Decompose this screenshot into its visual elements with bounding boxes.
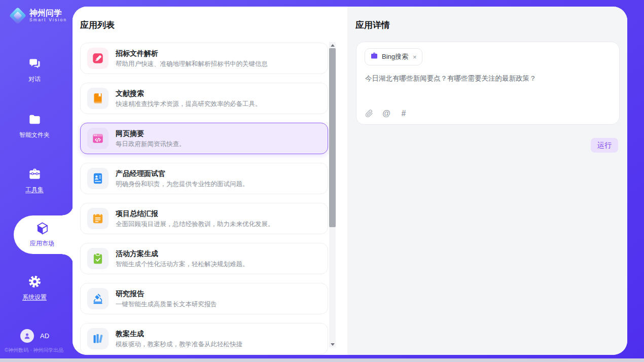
app-item-title: 活动方案生成 (116, 249, 249, 258)
tab-fillet-bottom (62, 254, 74, 265)
microscope-icon (91, 292, 104, 305)
app-item-title: 研究报告 (116, 289, 217, 298)
brand-subtitle: Smart Vision (29, 17, 67, 23)
sidebar-item-label: 对话 (0, 75, 69, 84)
sidebar-item-label: 系统设置 (0, 293, 69, 302)
note-icon (91, 212, 104, 225)
app-item-description: 明确身份和职责，为您提供专业性的面试问题。 (116, 180, 249, 188)
user-account[interactable]: AD (20, 329, 49, 343)
prompt-text[interactable]: 今日湖北有哪些新闻要点？有哪些需要关注的最新政策？ (365, 74, 609, 83)
bottom-strip (0, 358, 644, 362)
brand-name: 神州问学 (29, 9, 67, 17)
run-button[interactable]: 运行 (591, 138, 618, 153)
user-label: AD (40, 332, 49, 340)
briefcase-icon (370, 52, 378, 62)
sidebar: 神州问学 Smart Vision 对话 智能文件夹 工具集 应用市场 系统设置 (0, 0, 73, 362)
app-item-description: 模板驱动，教案秒成，教学准备从此轻松快捷 (116, 340, 242, 348)
app-item-title: 教案生成 (116, 329, 242, 338)
sidebar-item-toolbox[interactable]: 工具集 (0, 167, 69, 194)
sidebar-item-label: 工具集 (0, 186, 69, 194)
app-list-item[interactable]: 文献搜索 快速精准查找学术资源，提高研究效率的必备工具。 (80, 83, 328, 114)
scrollbar-up-arrow[interactable] (329, 42, 336, 48)
resume-icon (91, 172, 104, 185)
app-screen: 神州问学 Smart Vision 对话 智能文件夹 工具集 应用市场 系统设置 (0, 0, 644, 362)
app-item-description: 智能生成个性化活动方案，轻松解决规划难题。 (116, 260, 249, 268)
scrollbar-track[interactable] (329, 42, 336, 347)
sidebar-item-folder[interactable]: 智能文件夹 (0, 113, 69, 139)
user-avatar-icon (20, 329, 34, 343)
app-item-description: 每日政府新闻资讯快查。 (116, 140, 186, 148)
tool-chip-label: Bing搜索 (382, 52, 408, 61)
app-list-item[interactable]: 产品经理面试官 明确身份和职责，为您提供专业性的面试问题。 (80, 163, 328, 194)
app-detail-panel: 应用详情 Bing搜索 × 今日湖北有哪些新闻要点？有哪些需要关注的最新政策？ … (347, 7, 627, 355)
hash-icon[interactable]: # (399, 109, 408, 118)
copyright-footer: ©神州数码 · 神州问学出品 (5, 347, 73, 354)
app-item-description: 全面回顾项目进展，总结经验教训，助力未来优化发展。 (116, 220, 274, 228)
app-list-item[interactable]: 招标文件解析 帮助用户快速、准确地理解和解析招标书中的关键信息 (80, 43, 328, 74)
paperclip-icon[interactable] (365, 109, 374, 118)
app-list-item[interactable]: 教案生成 模板驱动，教案秒成，教学准备从此轻松快捷 (80, 323, 328, 354)
app-item-description: 帮助用户快速、准确地理解和解析招标书中的关键信息 (116, 60, 268, 68)
brand-diamond-icon (10, 8, 25, 23)
toolbox-icon (28, 167, 42, 181)
clipboard-check-icon (91, 252, 104, 265)
close-icon[interactable]: × (413, 54, 417, 60)
app-list-item[interactable]: 项目总结汇报 全面回顾项目进展，总结经验教训，助力未来优化发展。 (80, 203, 328, 234)
chat-icon (28, 57, 42, 70)
sidebar-item-label: 应用市场 (14, 239, 70, 248)
app-item-title: 产品经理面试官 (116, 169, 249, 178)
brand-logo: 神州问学 Smart Vision (10, 8, 67, 23)
app-item-title: 招标文件解析 (116, 49, 268, 58)
tab-fillet-top (62, 204, 74, 215)
at-icon[interactable]: @ (382, 109, 391, 118)
cube-icon (35, 222, 49, 235)
web-code-icon (91, 132, 104, 145)
tool-chip-bing-search[interactable]: Bing搜索 × (365, 48, 422, 65)
app-list-item[interactable]: 网页摘要 每日政府新闻资讯快查。 (80, 123, 328, 154)
app-list-item[interactable]: 研究报告 一键智能生成高质量长文本研究报告 (80, 283, 328, 314)
app-item-description: 快速精准查找学术资源，提高研究效率的必备工具。 (116, 100, 262, 108)
folder-icon (28, 113, 42, 126)
app-list-item[interactable]: 活动方案生成 智能生成个性化活动方案，轻松解决规划难题。 (80, 243, 328, 274)
app-list-title: 应用列表 (80, 19, 115, 31)
book-icon (91, 92, 104, 105)
sidebar-item-gear[interactable]: 系统设置 (0, 275, 69, 302)
sidebar-item-label: 智能文件夹 (0, 131, 69, 139)
sidebar-item-chat[interactable]: 对话 (0, 57, 69, 84)
gear-icon (28, 275, 42, 288)
app-list-panel: 应用列表 招标文件解析 帮助用户快速、准确地理解和解析招标书中的关键信息 文献搜… (73, 7, 347, 355)
scrollbar-down-arrow[interactable] (329, 341, 336, 347)
app-item-title: 文献搜索 (116, 89, 262, 98)
main-window: 应用列表 招标文件解析 帮助用户快速、准确地理解和解析招标书中的关键信息 文献搜… (73, 7, 627, 355)
app-item-title: 项目总结汇报 (116, 209, 274, 218)
app-detail-title: 应用详情 (355, 19, 390, 31)
app-item-title: 网页摘要 (116, 129, 186, 138)
books-icon (91, 332, 104, 345)
app-item-description: 一键智能生成高质量长文本研究报告 (116, 300, 217, 308)
edit-doc-icon (91, 52, 104, 65)
scrollbar-thumb[interactable] (329, 48, 336, 227)
prompt-card: Bing搜索 × 今日湖北有哪些新闻要点？有哪些需要关注的最新政策？ @# (356, 42, 620, 125)
sidebar-item-cube[interactable]: 应用市场 (14, 215, 74, 254)
